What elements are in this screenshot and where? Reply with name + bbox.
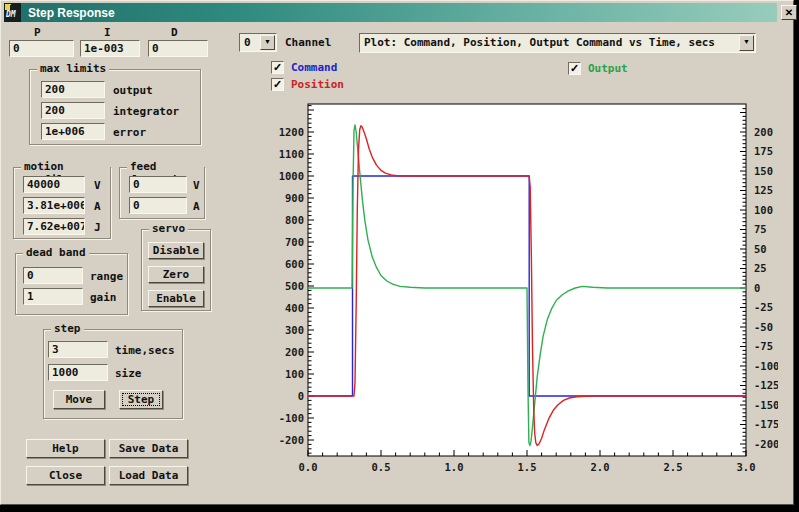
app-icon: DM <box>4 3 21 22</box>
svg-text:-25: -25 <box>754 301 773 313</box>
close-button[interactable]: Close <box>26 466 105 485</box>
output-checkbox[interactable]: ✓ <box>568 62 581 75</box>
i-input[interactable] <box>80 40 140 57</box>
save-data-button[interactable]: Save Data <box>109 439 188 458</box>
step-button[interactable]: Step <box>119 390 163 409</box>
step-title: step <box>51 322 84 335</box>
ff-velocity-input[interactable] <box>129 176 187 193</box>
d-label: D <box>171 26 178 39</box>
jerk-label: J <box>94 221 101 234</box>
close-icon[interactable]: ✕ <box>781 5 797 20</box>
svg-text:0.5: 0.5 <box>372 461 391 473</box>
step-size-input[interactable] <box>48 364 108 381</box>
velocity-label: V <box>94 179 101 192</box>
step-time-label: time,secs <box>115 344 175 357</box>
svg-text:-200: -200 <box>754 438 778 450</box>
svg-text:1200: 1200 <box>279 126 304 138</box>
servo-title: servo <box>149 222 188 235</box>
svg-text:-150: -150 <box>754 399 778 411</box>
svg-text:-50: -50 <box>754 321 773 333</box>
step-response-chart: -200-10001002003004005006007008009001000… <box>273 96 778 486</box>
channel-label: Channel <box>285 36 331 49</box>
step-response-window: DM Step Response ✕ P I D 0 ▼ Channel Plo… <box>0 0 794 505</box>
d-input[interactable] <box>148 40 208 57</box>
svg-text:-75: -75 <box>754 340 773 352</box>
p-label: P <box>34 26 41 39</box>
svg-text:300: 300 <box>285 324 304 336</box>
svg-text:500: 500 <box>285 280 304 292</box>
svg-text:25: 25 <box>754 262 767 274</box>
ff-accel-input[interactable] <box>129 197 187 214</box>
svg-text:50: 50 <box>754 243 767 255</box>
plot-select-value: Plot: Command, Position, Output Command … <box>364 36 715 49</box>
svg-text:400: 400 <box>285 302 304 314</box>
max-integrator-input[interactable] <box>41 102 105 119</box>
dead-band-group: dead band <box>15 253 128 315</box>
svg-text:0.0: 0.0 <box>299 461 318 473</box>
position-checkbox[interactable]: ✓ <box>271 78 284 91</box>
svg-text:-100: -100 <box>754 360 778 372</box>
svg-text:1.0: 1.0 <box>445 461 464 473</box>
svg-text:600: 600 <box>285 258 304 270</box>
max-error-label: error <box>113 126 146 139</box>
dead-band-title: dead band <box>23 246 89 259</box>
svg-text:3.0: 3.0 <box>737 461 756 473</box>
position-checkbox-label: Position <box>291 78 344 91</box>
svg-text:-125: -125 <box>754 379 778 391</box>
plot-select[interactable]: Plot: Command, Position, Output Command … <box>359 33 756 53</box>
svg-text:125: 125 <box>754 184 773 196</box>
max-error-input[interactable] <box>41 123 105 140</box>
step-time-input[interactable] <box>48 341 108 358</box>
servo-zero-button[interactable]: Zero <box>148 266 204 283</box>
jerk-input[interactable] <box>23 218 85 235</box>
svg-text:0: 0 <box>754 282 760 294</box>
ff-velocity-label: V <box>193 179 200 192</box>
accel-input[interactable] <box>23 197 85 214</box>
ff-accel-label: A <box>193 200 200 213</box>
svg-text:2.0: 2.0 <box>591 461 610 473</box>
svg-text:100: 100 <box>754 204 773 216</box>
deadband-range-input[interactable] <box>23 267 83 284</box>
app-icon-text: DM <box>6 10 16 19</box>
max-integrator-label: integrator <box>113 105 179 118</box>
svg-text:2.5: 2.5 <box>664 461 683 473</box>
svg-text:75: 75 <box>754 223 767 235</box>
svg-text:100: 100 <box>285 368 304 380</box>
titlebar[interactable]: DM Step Response <box>4 3 777 22</box>
svg-text:-100: -100 <box>279 412 304 424</box>
chevron-down-icon[interactable]: ▼ <box>260 35 275 50</box>
svg-text:1100: 1100 <box>279 148 304 160</box>
channel-select[interactable]: 0 ▼ <box>239 33 277 52</box>
svg-text:200: 200 <box>754 126 773 138</box>
step-size-label: size <box>115 367 142 380</box>
svg-text:200: 200 <box>285 346 304 358</box>
command-checkbox-label: Command <box>291 61 337 74</box>
i-label: I <box>104 26 111 39</box>
svg-text:1.5: 1.5 <box>518 461 537 473</box>
channel-value: 0 <box>244 36 251 49</box>
max-output-input[interactable] <box>41 81 105 98</box>
svg-text:0: 0 <box>298 390 304 402</box>
svg-text:175: 175 <box>754 145 773 157</box>
svg-text:-175: -175 <box>754 418 778 430</box>
svg-text:150: 150 <box>754 165 773 177</box>
servo-enable-button[interactable]: Enable <box>148 290 204 307</box>
output-checkbox-label: Output <box>588 62 628 75</box>
move-button[interactable]: Move <box>53 390 105 409</box>
servo-disable-button[interactable]: Disable <box>148 242 204 259</box>
chevron-down-icon[interactable]: ▼ <box>739 35 754 51</box>
deadband-gain-input[interactable] <box>23 288 83 305</box>
deadband-range-label: range <box>90 270 123 283</box>
p-input[interactable] <box>9 40 74 57</box>
accel-label: A <box>94 200 101 213</box>
max-limits-title: max limits <box>37 62 109 75</box>
max-output-label: output <box>113 84 153 97</box>
load-data-button[interactable]: Load Data <box>109 466 188 485</box>
velocity-input[interactable] <box>23 176 85 193</box>
deadband-gain-label: gain <box>90 291 117 304</box>
svg-text:-200: -200 <box>279 434 304 446</box>
svg-text:700: 700 <box>285 236 304 248</box>
command-checkbox[interactable]: ✓ <box>271 61 284 74</box>
help-button[interactable]: Help <box>26 439 105 458</box>
svg-text:1000: 1000 <box>279 170 304 182</box>
